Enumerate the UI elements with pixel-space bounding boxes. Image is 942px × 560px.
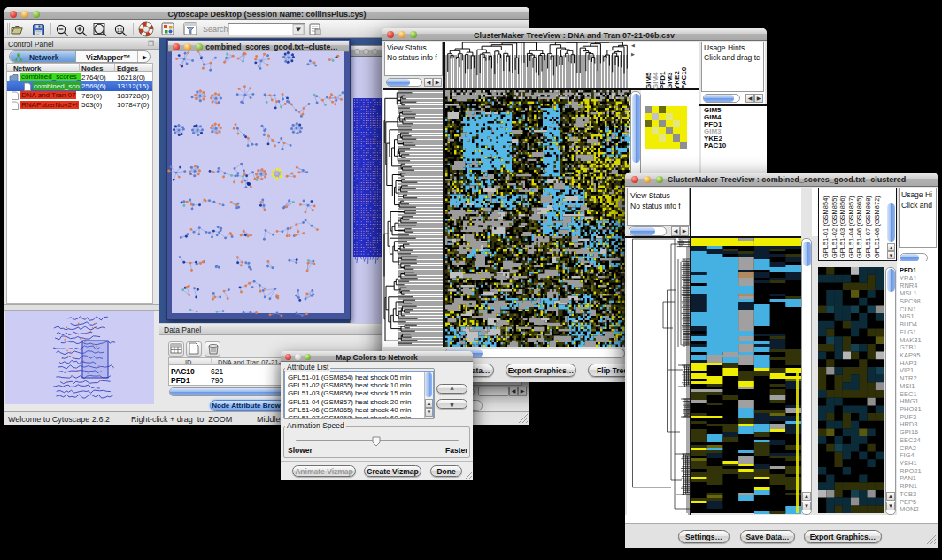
svg-text:Search:: Search: — [203, 25, 230, 34]
svg-text:1:1: 1:1 — [117, 28, 123, 33]
